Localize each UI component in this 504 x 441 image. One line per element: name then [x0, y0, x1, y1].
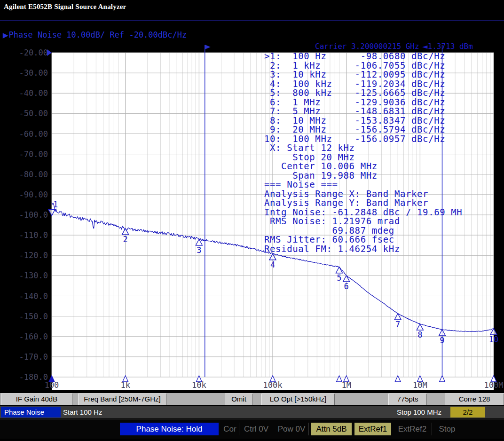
softkey-corre-128[interactable]: Corre 128 [445, 394, 504, 405]
active-measurement-badge[interactable]: Phase Noise [1, 407, 61, 417]
sweep-stop-readout: Stop 100 MHz [397, 406, 441, 418]
y-axis-tick-label: -40.00 [19, 88, 48, 98]
trace-select-icon: ▶ [3, 31, 8, 39]
softkey-lo-opt-150khz[interactable]: LO Opt [>150kHz] [261, 394, 335, 405]
sweep-start-readout: Start 100 Hz [63, 406, 102, 418]
softkey-omit[interactable]: Omit [225, 394, 253, 405]
system-status-stop: Stop [433, 423, 461, 435]
marker-number: 8 [417, 330, 422, 339]
marker-number: 5 [337, 273, 341, 283]
y-axis-tick-label: -70.00 [19, 150, 48, 159]
system-status-bar: Phase Noise: HoldCorCtrl 0VPow 0VAttn 5d… [0, 419, 504, 439]
system-status-attn-5db: Attn 5dB [311, 423, 352, 435]
softkey-if-gain-40db[interactable]: IF Gain 40dB [1, 394, 72, 405]
trace-scale-label: Phase Noise 10.00dB/ Ref -20.00dBc/Hz [9, 30, 187, 39]
y-axis-tick-label: -130.0 [19, 271, 48, 280]
y-axis-tick-label: -160.0 [19, 332, 48, 341]
page-indicator[interactable]: 2/2 [450, 407, 485, 417]
y-axis-tick-label: -110.0 [19, 230, 48, 240]
marker-number: 2 [123, 235, 128, 244]
system-status-phase-noise-hold: Phase Noise: Hold [120, 423, 219, 435]
window-title-bar: Agilent E5052B Signal Source Analyzer [0, 0, 504, 14]
system-status-extref2: ExtRef2 [393, 423, 432, 435]
y-axis-tick-label: -180.0 [19, 372, 48, 382]
ref-level-indicator-icon [47, 49, 52, 56]
system-status-extref1: ExtRef1 [354, 423, 391, 435]
marker-number: 9 [440, 336, 444, 345]
y-axis-tick-label: -120.0 [19, 251, 48, 260]
y-axis-tick-label: -60.00 [19, 129, 48, 139]
softkey-775pts[interactable]: 775pts [388, 394, 427, 405]
y-axis-tick-label: -20.00 [19, 48, 48, 57]
marker-number: 10 [489, 335, 498, 344]
softkey-strip: IF Gain 40dBFreq Band [250M-7GHz]OmitLO … [0, 393, 504, 405]
window-title: Agilent E5052B Signal Source Analyzer [0, 0, 504, 11]
y-axis-tick-label: -50.00 [19, 109, 48, 118]
header-divider [0, 20, 504, 21]
y-axis-tick-label: -170.0 [19, 352, 48, 362]
y-axis-tick-label: -140.0 [19, 291, 48, 301]
measurement-status-bar: Phase Noise Start 100 Hz Stop 100 MHz 2/… [0, 406, 504, 418]
analyzer-screen: Agilent E5052B Signal Source Analyzer ▶P… [0, 0, 504, 441]
system-status-cor: Cor [221, 423, 239, 435]
system-status-pow-0v: Pow 0V [275, 423, 309, 435]
y-axis-tick-label: -100.0 [19, 210, 48, 220]
y-axis-tick-label: -30.00 [19, 68, 48, 78]
marker-number: 7 [395, 320, 400, 329]
y-axis-tick-label: -80.00 [19, 170, 48, 179]
softkey-freq-band-250m-7ghz[interactable]: Freq Band [250M-7GHz] [78, 394, 166, 405]
y-axis-tick-label: -90.00 [19, 190, 48, 199]
trace-header[interactable]: ▶Phase Noise 10.00dB/ Ref -20.00dBc/Hz [3, 30, 187, 39]
marker-number: 6 [344, 282, 349, 291]
marker-number: 4 [270, 260, 275, 269]
marker-number: 1 [53, 200, 58, 209]
y-axis-tick-label: -150.0 [19, 312, 48, 321]
band-marker-flag-icon [205, 45, 211, 49]
marker-info-readout: >1: 100 Hz -98.0680 dBc/Hz 2: 1 kHz -106… [264, 52, 462, 253]
marker-number: 3 [197, 245, 201, 255]
system-status-ctrl-0v: Ctrl 0V [241, 423, 272, 435]
